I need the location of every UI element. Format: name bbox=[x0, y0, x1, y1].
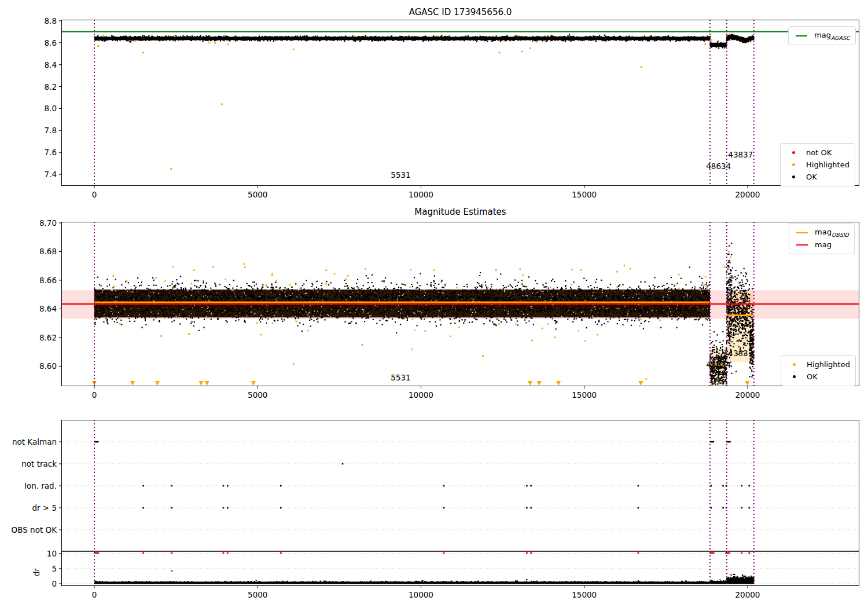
x-tick-label: 0 bbox=[92, 590, 97, 599]
dr-axis-label: dr bbox=[32, 561, 41, 576]
y-tick-label: 7.4 bbox=[16, 170, 57, 179]
y-tick-label: 8.6 bbox=[16, 38, 57, 47]
legend-dot-marker bbox=[786, 163, 801, 166]
plot2-title: Magnitude Estimates bbox=[61, 207, 859, 217]
flag-row-label: OBS not OK bbox=[5, 525, 57, 534]
x-tick-label: 0 bbox=[92, 190, 97, 199]
clipped-below-triangles bbox=[92, 381, 749, 386]
x-tick-label: 15000 bbox=[572, 190, 597, 199]
legend-label: Highlighted bbox=[806, 160, 849, 169]
legend-item: Highlighted bbox=[786, 159, 849, 171]
legend-line-marker bbox=[794, 35, 809, 36]
ok-points bbox=[94, 34, 754, 49]
y-tick-label: 8.0 bbox=[16, 104, 57, 113]
legend-item: OK bbox=[786, 371, 850, 383]
legend-line-marker bbox=[795, 232, 810, 233]
flag-row-label: Ion. rad. bbox=[5, 481, 57, 490]
y-tick-label: 8.70 bbox=[16, 218, 57, 228]
dr-tick-label: 10 bbox=[16, 549, 57, 558]
obsid-annotation: 5531 bbox=[391, 373, 410, 382]
legend-dot-marker bbox=[786, 375, 801, 378]
x-tick-label: 20000 bbox=[735, 390, 760, 400]
obsid-annotation: 43837 bbox=[728, 349, 753, 358]
legend-box: HighlightedOK bbox=[781, 355, 856, 386]
legend-item: not OK bbox=[786, 146, 849, 159]
legend-label: OK bbox=[807, 372, 818, 381]
x-tick-label: 10000 bbox=[409, 590, 433, 599]
dr-ok-points bbox=[94, 574, 755, 584]
y-tick-label: 7.6 bbox=[16, 148, 57, 157]
axes-spines bbox=[62, 20, 859, 186]
legend-box: not OKHighlightedOK bbox=[780, 143, 855, 186]
legend-label: mag bbox=[815, 240, 832, 249]
y-tick-label: 8.2 bbox=[16, 82, 57, 91]
flag-row-label: dr > 5 bbox=[5, 503, 57, 512]
obsid-annotation: 5531 bbox=[391, 171, 410, 180]
legend-dot-marker bbox=[786, 363, 801, 366]
x-tick-label: 5000 bbox=[248, 190, 267, 199]
obsid-annotation: 48634 bbox=[706, 162, 731, 171]
legend-label: magOBSID bbox=[815, 228, 849, 238]
legend-item: mag bbox=[795, 239, 849, 251]
flag-points bbox=[94, 441, 750, 509]
obsid-annotation: 48634 bbox=[706, 361, 731, 369]
x-tick-label: 15000 bbox=[572, 590, 597, 599]
legend-label: OK bbox=[806, 173, 817, 181]
y-tick-label: 8.4 bbox=[16, 60, 57, 69]
legend-label: not OK bbox=[806, 148, 832, 157]
dr-not-ok-points bbox=[94, 552, 751, 576]
x-tick-label: 10000 bbox=[409, 390, 433, 400]
legend-label: magAGASC bbox=[814, 31, 850, 41]
highlighted-points bbox=[94, 34, 755, 170]
x-tick-label: 20000 bbox=[735, 190, 760, 199]
x-tick-label: 10000 bbox=[409, 190, 433, 199]
legend-box: magOBSIDmag bbox=[789, 223, 855, 254]
y-tick-label: 7.8 bbox=[16, 126, 57, 135]
y-tick-label: 8.66 bbox=[16, 276, 57, 285]
legend-item: OK bbox=[786, 171, 849, 183]
y-tick-label: 8.60 bbox=[16, 361, 57, 371]
y-tick-label: 8.64 bbox=[16, 304, 57, 313]
x-tick-label: 15000 bbox=[572, 390, 597, 400]
y-tick-label: 8.8 bbox=[16, 16, 57, 25]
obsid-annotation: 43837 bbox=[728, 151, 753, 159]
legend-dot-marker bbox=[786, 175, 801, 178]
y-tick-label: 8.68 bbox=[16, 247, 57, 256]
flag-row-label: not Kalman bbox=[5, 437, 57, 446]
x-tick-label: 0 bbox=[92, 390, 97, 400]
matplotlib-figure: AGASC ID 173945656.0 Magnitude Estimates… bbox=[0, 0, 868, 608]
plots-svg bbox=[0, 0, 868, 608]
legend-label: Highlighted bbox=[807, 360, 850, 369]
legend-item: magAGASC bbox=[794, 30, 850, 42]
legend-item: Highlighted bbox=[786, 358, 850, 371]
x-tick-label: 5000 bbox=[248, 390, 267, 400]
dr-tick-label: 0 bbox=[16, 579, 57, 588]
plot1-title: AGASC ID 173945656.0 bbox=[61, 7, 859, 17]
legend-dot-marker bbox=[786, 151, 801, 154]
legend-item: magOBSID bbox=[795, 226, 849, 239]
y-tick-label: 8.62 bbox=[16, 333, 57, 342]
x-tick-label: 20000 bbox=[735, 590, 760, 599]
x-tick-label: 5000 bbox=[248, 590, 267, 599]
flag-row-label: not track bbox=[5, 459, 57, 468]
legend-line-marker bbox=[795, 244, 810, 246]
axes-spines bbox=[62, 420, 859, 586]
legend-box: magAGASC bbox=[788, 26, 856, 45]
